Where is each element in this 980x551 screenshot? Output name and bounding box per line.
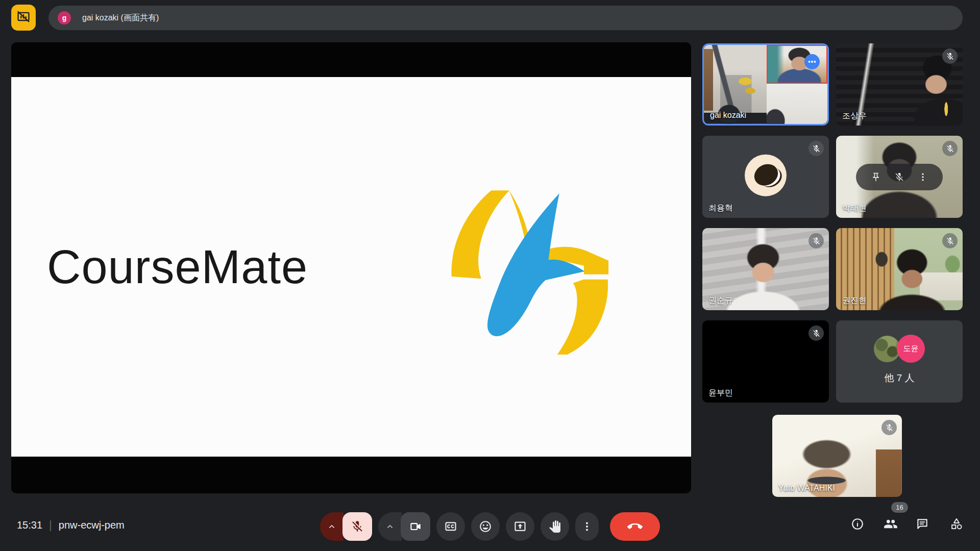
mic-off-icon xyxy=(946,237,954,245)
mic-mute-button[interactable] xyxy=(342,512,372,541)
pin-icon[interactable] xyxy=(871,172,881,182)
overflow-avatar-label: 도윤 xyxy=(903,344,919,354)
mic-off-icon xyxy=(351,520,364,533)
participant-name: 조상우 xyxy=(842,111,867,121)
people-button[interactable] xyxy=(879,512,902,536)
presenter-avatar: g xyxy=(58,11,71,24)
gai-subview-bottom-right xyxy=(767,84,827,124)
avatar-photo xyxy=(750,160,781,189)
reactions-button[interactable] xyxy=(471,512,500,541)
mic-off-icon xyxy=(946,144,954,153)
tile-yunbumin[interactable]: 윤부민 xyxy=(702,320,829,403)
meeting-info: 15:31 | pnw-ecwj-pem xyxy=(17,518,125,532)
more-vertical-icon[interactable] xyxy=(918,172,928,182)
end-call-icon xyxy=(627,519,643,534)
participant-count-badge: 16 xyxy=(891,502,908,513)
participant-name: 박태현 xyxy=(842,203,867,214)
captions-icon xyxy=(444,520,457,533)
smiley-icon xyxy=(479,520,492,533)
chevron-up-icon xyxy=(385,521,395,532)
info-icon xyxy=(851,517,864,531)
camera-control-group xyxy=(378,512,430,541)
mic-off-indicator xyxy=(808,325,824,341)
overflow-avatars: 도윤 xyxy=(874,335,925,362)
mic-off-indicator xyxy=(881,420,897,435)
tile-kwonjinhyun[interactable]: 권진현 xyxy=(836,228,963,310)
more-horizontal-icon xyxy=(807,57,817,67)
raised-hand-icon xyxy=(549,520,561,533)
tile-yuto-watahiki[interactable]: Yuto WATAHIKI xyxy=(772,415,902,497)
tile-choiyonghyuk[interactable]: 최용혁 xyxy=(702,136,829,218)
mic-off-icon xyxy=(946,52,954,61)
presenter-banner: g gai kozaki (画面共有) xyxy=(48,6,963,30)
chat-icon xyxy=(916,517,929,531)
mic-off-icon xyxy=(812,144,821,153)
overflow-avatar-doyun: 도윤 xyxy=(897,335,925,363)
mic-off-icon xyxy=(812,329,821,338)
tile-gai-kozaki[interactable]: gai kozaki xyxy=(702,43,829,126)
raise-hand-button[interactable] xyxy=(541,512,569,541)
participant-name: 권진현 xyxy=(842,295,867,306)
divider: | xyxy=(49,518,52,532)
participant-name: 최용혁 xyxy=(708,203,733,214)
more-vertical-icon xyxy=(581,521,593,532)
meeting-details-button[interactable] xyxy=(846,512,869,536)
mic-off-indicator xyxy=(808,141,824,156)
mic-off-icon[interactable] xyxy=(894,172,904,182)
people-icon xyxy=(884,517,898,531)
more-options-button[interactable] xyxy=(575,512,599,541)
tile-chosangwoo[interactable]: 조상우 xyxy=(836,43,963,126)
participant-count: 16 xyxy=(896,504,903,511)
coursemate-logo xyxy=(444,185,619,355)
captions-button[interactable] xyxy=(436,512,465,541)
mic-control-group xyxy=(320,512,372,541)
presenter-initial: g xyxy=(62,14,67,22)
activities-shapes-icon xyxy=(950,517,963,531)
mic-off-icon xyxy=(812,237,821,245)
chevron-up-icon xyxy=(327,521,337,532)
mic-options-button[interactable] xyxy=(320,512,344,541)
mic-off-indicator xyxy=(808,233,824,248)
participant-name: gai kozaki xyxy=(710,111,746,120)
activities-button[interactable] xyxy=(945,512,968,536)
overflow-count-label: 他 7 人 xyxy=(836,371,963,385)
meeting-code: pnw-ecwj-pem xyxy=(59,519,125,531)
leave-call-button[interactable] xyxy=(610,512,660,541)
mic-off-indicator xyxy=(942,233,958,248)
tile-kwonsoonkyu[interactable]: 권순규 xyxy=(702,228,829,310)
present-screen-button[interactable] xyxy=(506,512,534,541)
tile-more-options-button[interactable] xyxy=(804,54,820,69)
camera-toggle-button[interactable] xyxy=(401,512,430,541)
participant-name: Yuto WATAHIKI xyxy=(778,484,835,493)
present-screen-icon xyxy=(513,520,527,533)
participant-name: 권순규 xyxy=(708,295,733,306)
mic-off-icon xyxy=(885,423,894,432)
presentation-slide: CourseMate xyxy=(11,77,691,457)
screen-share-chip[interactable] xyxy=(11,5,36,31)
chat-button[interactable] xyxy=(911,512,934,536)
tile-overflow-participants[interactable]: 도윤 他 7 人 xyxy=(836,320,963,403)
presenter-name: gai kozaki (画面共有) xyxy=(82,13,159,23)
call-controls xyxy=(320,512,660,541)
mic-off-indicator xyxy=(942,141,958,156)
participant-name: 윤부민 xyxy=(708,388,733,398)
tile-parktaehyun[interactable]: 박태현 xyxy=(836,136,963,218)
tile-hover-controls xyxy=(856,164,943,190)
shared-screen-stage: CourseMate xyxy=(11,42,691,493)
camera-options-button[interactable] xyxy=(378,512,402,541)
slide-title: CourseMate xyxy=(47,240,308,294)
participant-avatar xyxy=(745,154,787,196)
mic-off-indicator xyxy=(942,48,958,64)
screen-share-off-icon xyxy=(16,10,31,26)
clock-time: 15:31 xyxy=(17,519,42,531)
video-camera-icon xyxy=(409,520,422,533)
